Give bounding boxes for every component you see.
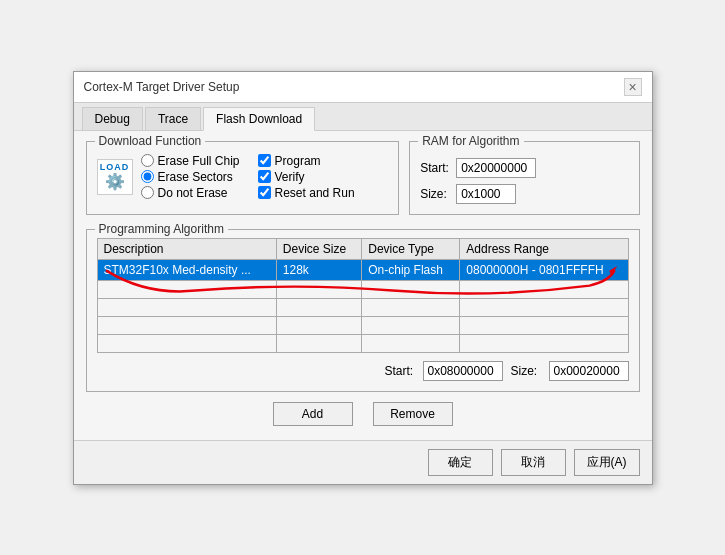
table-empty-row-2	[97, 298, 628, 316]
col-device-size: Device Size	[276, 238, 361, 259]
footer: 确定 取消 应用(A)	[74, 440, 652, 484]
radio-erase-full-chip[interactable]: Erase Full Chip	[141, 154, 240, 168]
radio-do-not-erase[interactable]: Do not Erase	[141, 186, 240, 200]
cell-address-range: 08000000H - 0801FFFFH	[460, 259, 628, 280]
title-bar: Cortex-M Target Driver Setup ×	[74, 72, 652, 103]
table-header-row: Description Device Size Device Type Addr…	[97, 238, 628, 259]
pa-size-input[interactable]	[549, 361, 629, 381]
download-function-title: Download Function	[95, 134, 206, 148]
tab-bar: Debug Trace Flash Download	[74, 103, 652, 131]
apply-button[interactable]: 应用(A)	[574, 449, 640, 476]
table-container: Description Device Size Device Type Addr…	[97, 238, 629, 353]
radio-erase-sectors[interactable]: Erase Sectors	[141, 170, 240, 184]
radio-erase-full-chip-input[interactable]	[141, 154, 154, 167]
ram-start-label: Start:	[420, 161, 450, 175]
cell-description: STM32F10x Med-density ...	[97, 259, 276, 280]
radio-erase-sectors-input[interactable]	[141, 170, 154, 183]
programming-algorithm-group: Programming Algorithm Description Device…	[86, 229, 640, 392]
buttons-row: Add Remove	[86, 402, 640, 426]
radio-group: Erase Full Chip Erase Sectors Do not Era…	[141, 154, 240, 200]
col-description: Description	[97, 238, 276, 259]
cancel-button[interactable]: 取消	[501, 449, 566, 476]
tab-debug[interactable]: Debug	[82, 107, 143, 130]
title-bar-text: Cortex-M Target Driver Setup	[84, 80, 240, 94]
top-groups: Download Function LOAD ⚙️ Erase Full Chi…	[86, 141, 640, 225]
remove-button[interactable]: Remove	[373, 402, 453, 426]
checkbox-program-input[interactable]	[258, 154, 271, 167]
table-empty-row-3	[97, 316, 628, 334]
load-gear-icon: ⚙️	[105, 172, 125, 191]
programming-algorithm-title: Programming Algorithm	[95, 222, 228, 236]
checkbox-reset-run-input[interactable]	[258, 186, 271, 199]
ram-size-row: Size:	[420, 184, 628, 204]
download-function-group: Download Function LOAD ⚙️ Erase Full Chi…	[86, 141, 400, 215]
pa-size-label: Size:	[511, 364, 541, 378]
checkbox-group: Program Verify Reset and Run	[258, 154, 355, 200]
close-button[interactable]: ×	[624, 78, 642, 96]
col-device-type: Device Type	[362, 238, 460, 259]
ram-size-label: Size:	[420, 187, 450, 201]
checkbox-verify[interactable]: Verify	[258, 170, 355, 184]
ok-button[interactable]: 确定	[428, 449, 493, 476]
ram-start-row: Start:	[420, 158, 628, 178]
download-inner: LOAD ⚙️ Erase Full Chip Erase Sectors	[97, 154, 389, 200]
cell-device-type: On-chip Flash	[362, 259, 460, 280]
radio-do-not-erase-input[interactable]	[141, 186, 154, 199]
ram-size-input[interactable]	[456, 184, 516, 204]
checkbox-reset-run[interactable]: Reset and Run	[258, 186, 355, 200]
pa-start-input[interactable]	[423, 361, 503, 381]
tab-flash-download[interactable]: Flash Download	[203, 107, 315, 131]
checkbox-program[interactable]: Program	[258, 154, 355, 168]
col-address-range: Address Range	[460, 238, 628, 259]
load-icon: LOAD ⚙️	[97, 159, 133, 195]
cell-device-size: 128k	[276, 259, 361, 280]
ram-algorithm-title: RAM for Algorithm	[418, 134, 523, 148]
algorithm-table: Description Device Size Device Type Addr…	[97, 238, 629, 353]
dialog-window: Cortex-M Target Driver Setup × Debug Tra…	[73, 71, 653, 485]
tab-trace[interactable]: Trace	[145, 107, 201, 130]
table-empty-row-1	[97, 280, 628, 298]
main-content: Download Function LOAD ⚙️ Erase Full Chi…	[74, 131, 652, 440]
table-row[interactable]: STM32F10x Med-density ... 128k On-chip F…	[97, 259, 628, 280]
ram-fields: Start: Size:	[420, 158, 628, 204]
checkbox-verify-input[interactable]	[258, 170, 271, 183]
ram-algorithm-group: RAM for Algorithm Start: Size:	[409, 141, 639, 215]
add-button[interactable]: Add	[273, 402, 353, 426]
pa-start-label: Start:	[385, 364, 415, 378]
pa-bottom-fields: Start: Size:	[97, 361, 629, 381]
table-empty-row-4	[97, 334, 628, 352]
ram-start-input[interactable]	[456, 158, 536, 178]
